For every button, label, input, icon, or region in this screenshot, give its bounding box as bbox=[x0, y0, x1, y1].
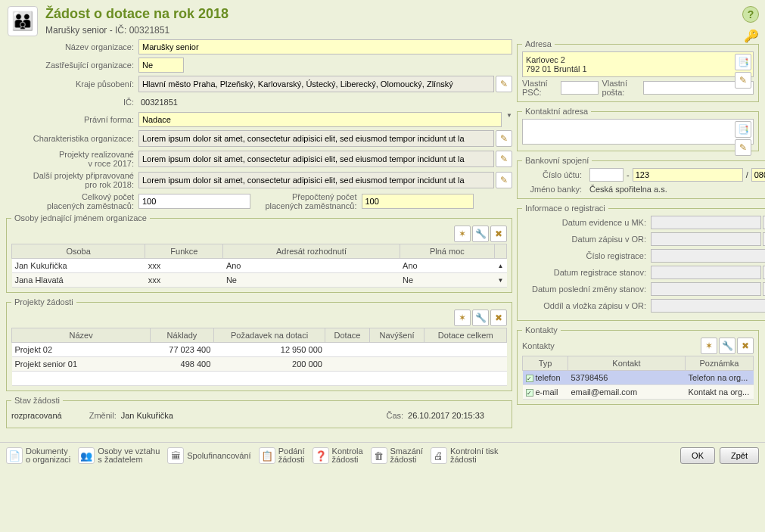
chevron-down-icon[interactable]: ▼ bbox=[506, 112, 512, 127]
ucet-num-input[interactable] bbox=[633, 168, 743, 182]
reg-r2-label: Datum zápisu v OR: bbox=[522, 235, 651, 244]
kontaktni-pick-icon[interactable]: 📑 bbox=[735, 121, 751, 138]
osoby-add-icon[interactable]: ✶ bbox=[454, 226, 471, 242]
kontakty-fieldset: Kontakty Kontakty ✶ 🔧 ✖ Typ Kontakt Pozn… bbox=[517, 325, 759, 405]
adresa-pick-icon[interactable]: 📑 bbox=[735, 54, 751, 70]
kontakty-th-pozn[interactable]: Poznámka bbox=[686, 356, 754, 371]
forma-select[interactable] bbox=[138, 112, 502, 127]
toolbar-spolufin-button[interactable]: 🏛Spolufinancování bbox=[167, 447, 250, 464]
celk-label: Celkový početplacených zaměstnaců: bbox=[6, 192, 138, 210]
table-row[interactable]: Jan Kukuřička xxx Ano Ano ▲ bbox=[12, 259, 507, 273]
adresa-fieldset: Adresa Karlovec 2 792 01 Bruntál 1 📑 ✎ V… bbox=[517, 39, 759, 102]
reg-r3-label: Číslo registrace: bbox=[522, 251, 651, 260]
reg-r1-input[interactable] bbox=[651, 216, 761, 229]
char-input[interactable] bbox=[138, 130, 494, 147]
kontakty-legend: Kontakty bbox=[522, 325, 561, 334]
toolbar-tisk-button[interactable]: 🖨Kontrolní tiskžádosti bbox=[431, 447, 499, 464]
reg-r6-input[interactable] bbox=[651, 299, 765, 313]
proj-th-pozadavek[interactable]: Požadavek na dotaci bbox=[213, 328, 325, 343]
toolbar-kontrola-button[interactable]: ❓Kontrolažádosti bbox=[313, 447, 363, 464]
proj2018-label: Další projekty připravovanépro rok 2018: bbox=[6, 171, 138, 189]
osoby-th-funkce[interactable]: Funkce bbox=[145, 244, 223, 259]
zastr-input[interactable] bbox=[138, 58, 184, 73]
zmenil-label: Změnil: bbox=[89, 411, 117, 420]
osoby-tools-icon[interactable]: 🔧 bbox=[472, 226, 489, 242]
money-icon: 🏛 bbox=[167, 447, 184, 464]
ic-label: IČ: bbox=[6, 98, 138, 107]
toolbar-dokumenty-button[interactable]: 📄Dokumentyo organizaci bbox=[6, 447, 70, 464]
proj2018-edit-icon[interactable]: ✎ bbox=[496, 172, 512, 188]
stav-legend: Stav žádosti bbox=[11, 396, 63, 405]
adresa-box[interactable]: Karlovec 2 792 01 Bruntál 1 📑 ✎ bbox=[522, 51, 754, 77]
kontakty-delete-icon[interactable]: ✖ bbox=[737, 338, 754, 354]
kraje-edit-icon[interactable]: ✎ bbox=[496, 76, 512, 92]
prepoc-input[interactable] bbox=[362, 194, 474, 209]
reg-r4-input[interactable] bbox=[651, 266, 761, 279]
char-edit-icon[interactable]: ✎ bbox=[496, 130, 512, 147]
reg-r5-input[interactable] bbox=[651, 282, 761, 296]
table-row[interactable]: Jana Hlavatá xxx Ne Ne ▼ bbox=[12, 273, 507, 288]
kontaktni-box[interactable]: 📑 ✎ bbox=[522, 119, 754, 145]
osoby-th-osoba[interactable]: Osoba bbox=[12, 244, 145, 259]
check-icon: ✓ bbox=[526, 389, 533, 397]
proj-th-nazev[interactable]: Název bbox=[12, 328, 151, 343]
proj-th-naklady[interactable]: Náklady bbox=[151, 328, 214, 343]
celk-input[interactable] bbox=[138, 194, 250, 209]
forma-label: Právní forma: bbox=[6, 115, 138, 124]
proj-th-dotace[interactable]: Dotace bbox=[325, 328, 369, 343]
ucet-code-input[interactable] bbox=[751, 168, 765, 182]
scroll-down-icon[interactable]: ▼ bbox=[495, 273, 507, 288]
kontakty-th-typ[interactable]: Typ bbox=[523, 356, 568, 371]
reg-r3-input[interactable] bbox=[651, 249, 765, 263]
help-icon[interactable]: ? bbox=[742, 6, 759, 23]
proj2017-input[interactable] bbox=[138, 151, 494, 167]
adresa-legend: Adresa bbox=[522, 39, 555, 48]
osoby-th-moc[interactable]: Plná moc bbox=[400, 244, 495, 259]
page-subtitle: Marušky senior - IČ: 00321851 bbox=[45, 25, 229, 36]
proj-th-dotcelkem[interactable]: Dotace celkem bbox=[424, 328, 507, 343]
proj-th-navyseni[interactable]: Navýšení bbox=[369, 328, 424, 343]
kraje-input[interactable] bbox=[138, 76, 494, 92]
table-row-empty bbox=[12, 372, 507, 386]
kontakty-add-icon[interactable]: ✶ bbox=[701, 338, 717, 354]
osoby-th-adr[interactable]: Adresát rozhodnutí bbox=[223, 244, 400, 259]
char-label: Charakteristika organizace: bbox=[6, 134, 138, 143]
kontakty-sub: Kontakty bbox=[522, 341, 555, 350]
table-row[interactable]: Projekt senior 01 498 400 200 000 bbox=[12, 357, 507, 372]
nazev-org-input[interactable] bbox=[138, 39, 512, 54]
toolbar-osoby-button[interactable]: 👥Osoby ve vztahus žadatelem bbox=[78, 447, 160, 464]
kontakty-th-kontakt[interactable]: Kontakt bbox=[568, 356, 686, 371]
vlastni-psc-label: Vlastní PSČ: bbox=[522, 79, 558, 97]
toolbar-podani-button[interactable]: 📋Podánížádosti bbox=[259, 447, 305, 464]
banka-legend: Bankovní spojení bbox=[522, 156, 592, 165]
vlastni-posta-label: Vlastní pošta: bbox=[602, 79, 640, 97]
projekty-delete-icon[interactable]: ✖ bbox=[490, 310, 507, 326]
nazev-org-label: Název organizace: bbox=[6, 42, 138, 51]
ok-button[interactable]: OK bbox=[680, 447, 715, 464]
reg-fieldset: Informace o registraci Datum evidence u … bbox=[517, 204, 765, 321]
kontakty-tools-icon[interactable]: 🔧 bbox=[719, 338, 735, 354]
proj2017-edit-icon[interactable]: ✎ bbox=[496, 151, 512, 167]
osoby-scroll bbox=[495, 244, 507, 259]
reg-r2-input[interactable] bbox=[651, 232, 761, 246]
key-icon[interactable]: 🔑 bbox=[744, 29, 759, 43]
osoby-table: Osoba Funkce Adresát rozhodnutí Plná moc… bbox=[11, 244, 507, 288]
table-row[interactable]: ✓telefon 53798456 Telefon na org... bbox=[523, 371, 754, 385]
check-icon: ❓ bbox=[313, 447, 329, 464]
table-row[interactable]: Projekt 02 77 023 400 12 950 000 bbox=[12, 343, 507, 357]
osoby-delete-icon[interactable]: ✖ bbox=[490, 226, 507, 242]
prepoc-label: Přepočtený početplacených zaměstnanců: bbox=[263, 192, 362, 210]
toolbar-smazani-button[interactable]: 🗑Smazánížádosti bbox=[371, 447, 423, 464]
vlastni-psc-input[interactable] bbox=[561, 81, 599, 95]
scroll-up-icon[interactable]: ▲ bbox=[495, 259, 507, 273]
table-row[interactable]: ✓e-mail email@email.com Kontakt na org..… bbox=[523, 385, 754, 400]
projekty-tools-icon[interactable]: 🔧 bbox=[472, 310, 489, 326]
stav-value: rozpracovaná bbox=[11, 411, 62, 420]
ucet-prefix-input[interactable] bbox=[589, 168, 624, 182]
adresa-edit-icon[interactable]: ✎ bbox=[735, 72, 751, 89]
proj2018-input[interactable] bbox=[138, 172, 494, 188]
kontaktni-edit-icon[interactable]: ✎ bbox=[735, 139, 751, 156]
projekty-add-icon[interactable]: ✶ bbox=[454, 310, 471, 326]
back-button[interactable]: Zpět bbox=[720, 447, 759, 464]
reg-r1-label: Datum evidence u MK: bbox=[522, 218, 651, 227]
